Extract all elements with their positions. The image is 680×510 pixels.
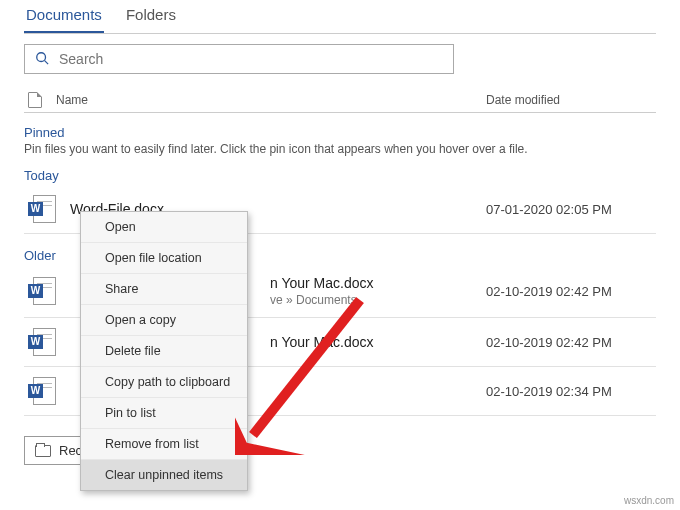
search-box[interactable] bbox=[24, 44, 454, 74]
search-icon bbox=[35, 51, 49, 68]
menu-open-file-location[interactable]: Open file location bbox=[81, 243, 247, 274]
watermark: wsxdn.com bbox=[624, 495, 674, 506]
tab-documents[interactable]: Documents bbox=[24, 0, 104, 33]
folder-open-icon bbox=[35, 445, 51, 457]
search-input[interactable] bbox=[59, 51, 443, 67]
menu-open-a-copy[interactable]: Open a copy bbox=[81, 305, 247, 336]
word-file-icon: W bbox=[28, 377, 56, 405]
document-icon bbox=[28, 92, 42, 108]
menu-delete-file[interactable]: Delete file bbox=[81, 336, 247, 367]
file-name: n Your Mac.docx bbox=[270, 275, 486, 291]
menu-remove-from-list[interactable]: Remove from list bbox=[81, 429, 247, 460]
file-date: 02-10-2019 02:34 PM bbox=[486, 384, 656, 399]
file-path: ve » Documents bbox=[270, 293, 486, 307]
menu-clear-unpinned[interactable]: Clear unpinned items bbox=[81, 460, 247, 490]
file-date: 02-10-2019 02:42 PM bbox=[486, 284, 656, 299]
col-name: Name bbox=[56, 93, 88, 107]
section-today: Today bbox=[24, 168, 656, 183]
menu-copy-path[interactable]: Copy path to clipboard bbox=[81, 367, 247, 398]
col-date: Date modified bbox=[486, 93, 656, 107]
menu-share[interactable]: Share bbox=[81, 274, 247, 305]
file-date: 02-10-2019 02:42 PM bbox=[486, 335, 656, 350]
svg-line-1 bbox=[45, 60, 49, 64]
tab-folders[interactable]: Folders bbox=[124, 0, 178, 33]
tabs: Documents Folders bbox=[24, 0, 656, 34]
word-file-icon: W bbox=[28, 277, 56, 305]
file-date: 07-01-2020 02:05 PM bbox=[486, 202, 656, 217]
svg-point-0 bbox=[37, 52, 46, 61]
section-pinned: Pinned bbox=[24, 125, 656, 140]
menu-open[interactable]: Open bbox=[81, 212, 247, 243]
context-menu: Open Open file location Share Open a cop… bbox=[80, 211, 248, 491]
file-name: n Your Mac.docx bbox=[270, 334, 486, 350]
column-headers: Name Date modified bbox=[24, 88, 656, 113]
word-file-icon: W bbox=[28, 328, 56, 356]
pinned-desc: Pin files you want to easily find later.… bbox=[24, 142, 656, 156]
menu-pin-to-list[interactable]: Pin to list bbox=[81, 398, 247, 429]
word-file-icon: W bbox=[28, 195, 56, 223]
